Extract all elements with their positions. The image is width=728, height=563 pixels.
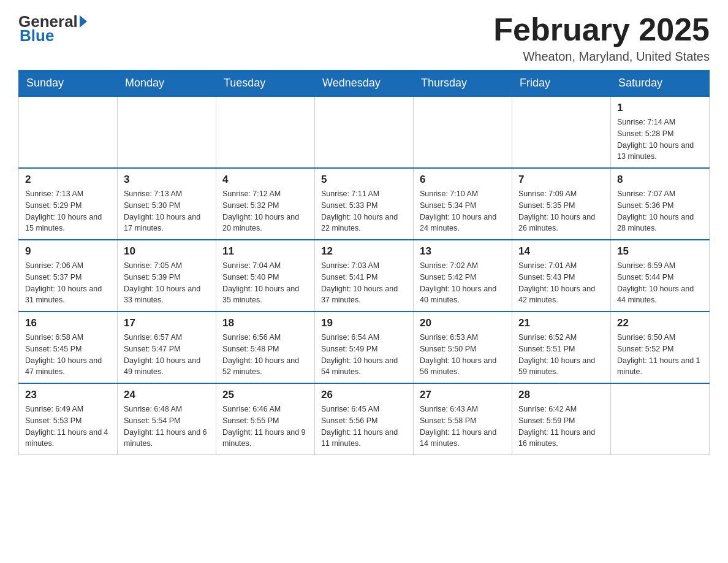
calendar-cell [611, 383, 710, 455]
day-number: 26 [321, 389, 407, 401]
day-number: 13 [420, 245, 506, 258]
day-number: 11 [222, 245, 308, 258]
calendar-cell: 9Sunrise: 7:06 AM Sunset: 5:37 PM Daylig… [19, 240, 118, 312]
day-info: Sunrise: 6:59 AM Sunset: 5:44 PM Dayligh… [617, 260, 703, 306]
day-number: 22 [617, 317, 703, 329]
day-number: 3 [124, 174, 210, 186]
calendar-cell [118, 96, 216, 168]
day-number: 2 [25, 174, 111, 186]
weekday-header-saturday: Saturday [611, 71, 710, 97]
day-info: Sunrise: 7:01 AM Sunset: 5:43 PM Dayligh… [518, 260, 604, 306]
day-info: Sunrise: 7:14 AM Sunset: 5:28 PM Dayligh… [617, 117, 703, 163]
day-number: 19 [321, 317, 407, 329]
calendar-week-row-1: 1Sunrise: 7:14 AM Sunset: 5:28 PM Daylig… [19, 96, 710, 168]
day-info: Sunrise: 7:03 AM Sunset: 5:41 PM Dayligh… [321, 260, 407, 306]
day-info: Sunrise: 6:46 AM Sunset: 5:55 PM Dayligh… [222, 404, 308, 450]
title-section: February 2025 Wheaton, Maryland, United … [493, 12, 710, 64]
day-info: Sunrise: 7:07 AM Sunset: 5:36 PM Dayligh… [617, 188, 703, 234]
day-info: Sunrise: 6:50 AM Sunset: 5:52 PM Dayligh… [617, 332, 703, 378]
weekday-header-tuesday: Tuesday [216, 71, 315, 97]
day-info: Sunrise: 6:43 AM Sunset: 5:58 PM Dayligh… [420, 404, 506, 450]
calendar-cell: 13Sunrise: 7:02 AM Sunset: 5:42 PM Dayli… [414, 240, 512, 312]
calendar-cell: 10Sunrise: 7:05 AM Sunset: 5:39 PM Dayli… [118, 240, 216, 312]
day-number: 27 [420, 389, 506, 401]
calendar-week-row-5: 23Sunrise: 6:49 AM Sunset: 5:53 PM Dayli… [19, 383, 710, 455]
calendar-cell: 11Sunrise: 7:04 AM Sunset: 5:40 PM Dayli… [216, 240, 315, 312]
day-number: 5 [321, 174, 407, 186]
day-number: 6 [420, 174, 506, 186]
day-info: Sunrise: 7:12 AM Sunset: 5:32 PM Dayligh… [222, 188, 308, 234]
day-number: 14 [518, 245, 604, 258]
calendar-cell: 1Sunrise: 7:14 AM Sunset: 5:28 PM Daylig… [611, 96, 710, 168]
calendar-cell: 26Sunrise: 6:45 AM Sunset: 5:56 PM Dayli… [315, 383, 414, 455]
day-info: Sunrise: 6:54 AM Sunset: 5:49 PM Dayligh… [321, 332, 407, 378]
weekday-header-sunday: Sunday [19, 71, 118, 97]
calendar-cell: 18Sunrise: 6:56 AM Sunset: 5:48 PM Dayli… [216, 312, 315, 383]
day-info: Sunrise: 7:10 AM Sunset: 5:34 PM Dayligh… [420, 188, 506, 234]
day-info: Sunrise: 6:58 AM Sunset: 5:45 PM Dayligh… [25, 332, 111, 378]
weekday-header-wednesday: Wednesday [315, 71, 414, 97]
day-info: Sunrise: 7:13 AM Sunset: 5:29 PM Dayligh… [25, 188, 111, 234]
calendar-cell: 20Sunrise: 6:53 AM Sunset: 5:50 PM Dayli… [414, 312, 512, 383]
calendar-cell: 24Sunrise: 6:48 AM Sunset: 5:54 PM Dayli… [118, 383, 216, 455]
day-number: 12 [321, 245, 407, 258]
calendar-cell: 4Sunrise: 7:12 AM Sunset: 5:32 PM Daylig… [216, 168, 315, 240]
day-number: 23 [25, 389, 111, 401]
page-header: General Blue February 2025 Wheaton, Mary… [18, 12, 710, 64]
calendar-cell: 14Sunrise: 7:01 AM Sunset: 5:43 PM Dayli… [512, 240, 611, 312]
calendar-week-row-2: 2Sunrise: 7:13 AM Sunset: 5:29 PM Daylig… [19, 168, 710, 240]
calendar-cell: 23Sunrise: 6:49 AM Sunset: 5:53 PM Dayli… [19, 383, 118, 455]
weekday-header-thursday: Thursday [414, 71, 512, 97]
day-info: Sunrise: 7:09 AM Sunset: 5:35 PM Dayligh… [518, 188, 604, 234]
calendar-table: SundayMondayTuesdayWednesdayThursdayFrid… [18, 70, 710, 455]
day-number: 24 [124, 389, 210, 401]
day-number: 4 [222, 174, 308, 186]
day-number: 18 [222, 317, 308, 329]
day-info: Sunrise: 6:42 AM Sunset: 5:59 PM Dayligh… [518, 404, 604, 450]
calendar-cell: 3Sunrise: 7:13 AM Sunset: 5:30 PM Daylig… [118, 168, 216, 240]
weekday-header-monday: Monday [118, 71, 216, 97]
day-number: 20 [420, 317, 506, 329]
calendar-cell: 21Sunrise: 6:52 AM Sunset: 5:51 PM Dayli… [512, 312, 611, 383]
calendar-cell [512, 96, 611, 168]
day-info: Sunrise: 7:04 AM Sunset: 5:40 PM Dayligh… [222, 260, 308, 306]
calendar-week-row-4: 16Sunrise: 6:58 AM Sunset: 5:45 PM Dayli… [19, 312, 710, 383]
day-info: Sunrise: 7:05 AM Sunset: 5:39 PM Dayligh… [124, 260, 210, 306]
day-number: 16 [25, 317, 111, 329]
calendar-cell: 2Sunrise: 7:13 AM Sunset: 5:29 PM Daylig… [19, 168, 118, 240]
calendar-cell [315, 96, 414, 168]
day-info: Sunrise: 7:06 AM Sunset: 5:37 PM Dayligh… [25, 260, 111, 306]
day-number: 8 [617, 174, 703, 186]
calendar-cell: 16Sunrise: 6:58 AM Sunset: 5:45 PM Dayli… [19, 312, 118, 383]
calendar-cell: 6Sunrise: 7:10 AM Sunset: 5:34 PM Daylig… [414, 168, 512, 240]
logo-arrow-icon [80, 15, 87, 28]
calendar-week-row-3: 9Sunrise: 7:06 AM Sunset: 5:37 PM Daylig… [19, 240, 710, 312]
calendar-cell: 28Sunrise: 6:42 AM Sunset: 5:59 PM Dayli… [512, 383, 611, 455]
logo-blue-text: Blue [18, 26, 54, 45]
calendar-cell: 12Sunrise: 7:03 AM Sunset: 5:41 PM Dayli… [315, 240, 414, 312]
day-info: Sunrise: 6:45 AM Sunset: 5:56 PM Dayligh… [321, 404, 407, 450]
day-info: Sunrise: 6:56 AM Sunset: 5:48 PM Dayligh… [222, 332, 308, 378]
calendar-cell [19, 96, 118, 168]
calendar-cell: 25Sunrise: 6:46 AM Sunset: 5:55 PM Dayli… [216, 383, 315, 455]
calendar-cell: 22Sunrise: 6:50 AM Sunset: 5:52 PM Dayli… [611, 312, 710, 383]
day-info: Sunrise: 6:49 AM Sunset: 5:53 PM Dayligh… [25, 404, 111, 450]
calendar-cell: 17Sunrise: 6:57 AM Sunset: 5:47 PM Dayli… [118, 312, 216, 383]
day-number: 1 [617, 102, 703, 114]
day-number: 28 [518, 389, 604, 401]
day-number: 9 [25, 245, 111, 258]
calendar-cell: 27Sunrise: 6:43 AM Sunset: 5:58 PM Dayli… [414, 383, 512, 455]
location-subtitle: Wheaton, Maryland, United States [493, 50, 710, 64]
calendar-cell: 5Sunrise: 7:11 AM Sunset: 5:33 PM Daylig… [315, 168, 414, 240]
day-number: 25 [222, 389, 308, 401]
calendar-cell: 8Sunrise: 7:07 AM Sunset: 5:36 PM Daylig… [611, 168, 710, 240]
logo: General Blue [18, 12, 87, 45]
calendar-cell: 19Sunrise: 6:54 AM Sunset: 5:49 PM Dayli… [315, 312, 414, 383]
day-info: Sunrise: 7:11 AM Sunset: 5:33 PM Dayligh… [321, 188, 407, 234]
calendar-cell [414, 96, 512, 168]
weekday-header-friday: Friday [512, 71, 611, 97]
calendar-cell: 15Sunrise: 6:59 AM Sunset: 5:44 PM Dayli… [611, 240, 710, 312]
day-info: Sunrise: 7:02 AM Sunset: 5:42 PM Dayligh… [420, 260, 506, 306]
day-number: 17 [124, 317, 210, 329]
day-number: 15 [617, 245, 703, 258]
